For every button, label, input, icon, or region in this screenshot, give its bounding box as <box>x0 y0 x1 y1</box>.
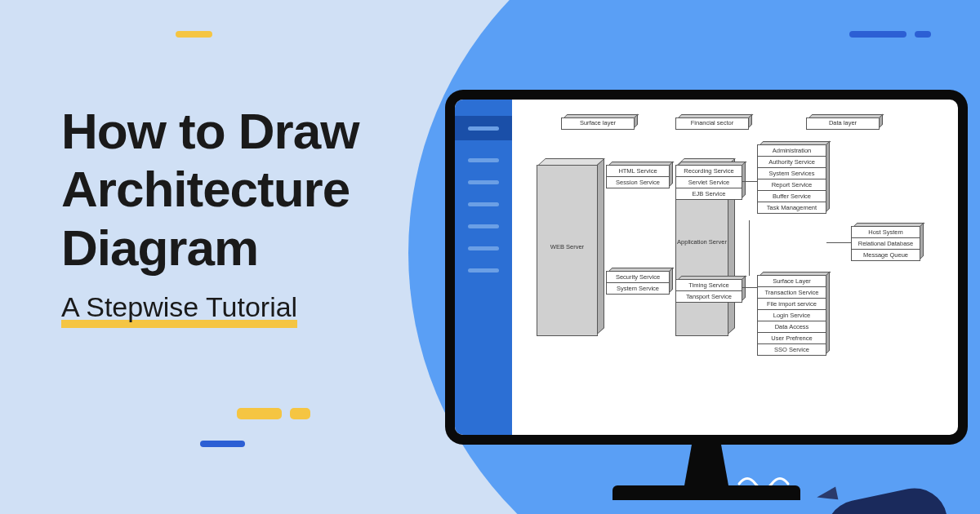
main-title: How to Draw Architecture Diagram <box>61 102 359 277</box>
layer-box: Data layer <box>806 117 880 130</box>
service-item: Data Access <box>758 321 826 333</box>
service-stack: Timing Service Tansport Service <box>675 279 742 303</box>
service-item: System Service <box>607 283 669 294</box>
connector-line <box>742 287 757 288</box>
decoration-dash <box>290 408 310 419</box>
decoration-dash <box>200 441 245 447</box>
service-item: SSO Service <box>758 344 826 355</box>
connector-line <box>742 181 757 182</box>
diagram-canvas: Surface layer Financial sector Data laye… <box>512 100 958 435</box>
service-stack: Security Service System Service <box>606 271 670 295</box>
service-item: Message Queue <box>852 250 920 260</box>
decoration-dash <box>176 31 212 38</box>
sidebar-item <box>468 268 499 273</box>
layer-label: Financial sector <box>676 118 748 128</box>
service-stack: Recording Service Servlet Service EJB Se… <box>675 165 742 200</box>
service-item: Transaction Service <box>758 287 826 299</box>
service-item: Administration <box>758 145 826 157</box>
title-line: Architecture <box>61 161 350 217</box>
service-item: File import service <box>758 299 826 310</box>
connector-line <box>749 220 750 276</box>
service-item: Session Service <box>607 177 669 188</box>
service-item: Report Service <box>758 179 826 191</box>
monitor-illustration: Surface layer Financial sector Data laye… <box>445 90 968 500</box>
service-item: EJB Service <box>676 188 742 199</box>
service-item: System Services <box>758 168 826 179</box>
block-label: WEB Server <box>537 243 597 250</box>
service-item: Servlet Service <box>676 177 742 188</box>
service-stack: Administration Authority Service System … <box>757 144 826 214</box>
service-item: Tansport Service <box>676 291 742 302</box>
title-line: Diagram <box>61 219 258 276</box>
monitor-base <box>612 485 800 500</box>
sidebar-item <box>468 158 499 162</box>
layer-box: Financial sector <box>675 117 749 130</box>
service-item: Timing Service <box>676 280 742 291</box>
service-item: Recording Service <box>676 166 742 177</box>
sidebar-item <box>468 224 499 228</box>
service-item: Security Service <box>607 272 669 283</box>
sidebar-item-active <box>455 116 512 140</box>
service-item: User Prefrence <box>758 333 826 344</box>
monitor-frame: Surface layer Financial sector Data laye… <box>445 90 968 445</box>
monitor-screen: Surface layer Financial sector Data laye… <box>455 100 958 435</box>
sidebar-item <box>468 180 499 184</box>
decoration-dash <box>849 31 906 38</box>
service-item: Authority Service <box>758 157 826 168</box>
connector-line <box>826 242 851 243</box>
title-line: How to Draw <box>61 103 359 159</box>
title-block: How to Draw Architecture Diagram A Stepw… <box>61 102 359 323</box>
service-item: Buffer Service <box>758 191 826 202</box>
subtitle: A Stepwise Tutorial <box>61 291 297 323</box>
decoration-dash <box>915 31 931 38</box>
service-item: Task Management <box>758 202 826 213</box>
service-item: Host System <box>852 227 920 238</box>
sidebar-item <box>468 202 499 206</box>
app-sidebar <box>455 100 512 435</box>
service-stack: Host System Relational Database Message … <box>851 226 920 261</box>
service-item: Login Service <box>758 310 826 321</box>
layer-box: Surface layer <box>561 117 635 130</box>
layer-label: Surface layer <box>562 118 634 128</box>
monitor-stand <box>670 445 743 485</box>
service-stack: HTML Service Session Service <box>606 165 670 188</box>
layer-label: Data layer <box>807 118 879 128</box>
service-stack: Surface Layer Transaction Service File i… <box>757 275 826 356</box>
block-label: Application Server <box>676 239 728 246</box>
service-item: HTML Service <box>607 166 669 177</box>
service-item: Relational Database <box>852 238 920 250</box>
service-item: Surface Layer <box>758 276 826 287</box>
decoration-dash <box>237 408 282 419</box>
web-server-block: WEB Server <box>537 165 598 336</box>
sidebar-item <box>468 246 499 250</box>
